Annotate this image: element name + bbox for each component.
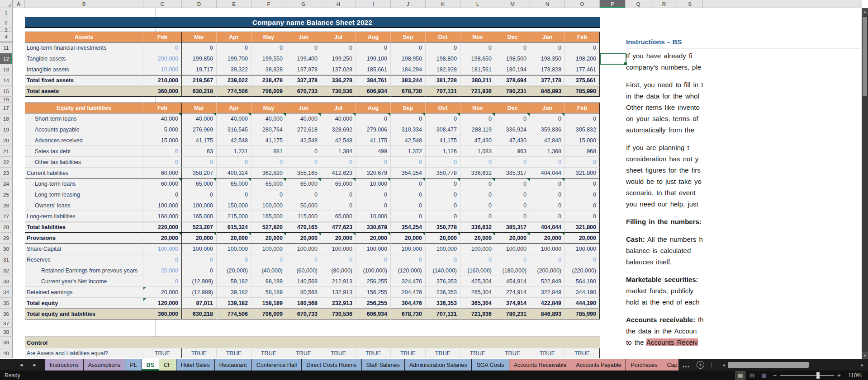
cell-colA[interactable] [13, 287, 25, 298]
cell[interactable]: 100,000 [530, 244, 565, 254]
cell[interactable]: 774,506 [217, 309, 251, 319]
row-header-15[interactable]: 15 [0, 86, 13, 97]
sheet-tab-administration-salaries[interactable]: Administration Salaries [405, 359, 472, 371]
cell[interactable]: 780,231 [495, 86, 530, 97]
cell[interactable]: 0 [182, 265, 217, 276]
cell[interactable]: 0 [391, 42, 426, 53]
active-cell-P12[interactable] [600, 53, 626, 65]
cell[interactable]: 0 [217, 42, 251, 53]
cell[interactable]: 87,011 [182, 298, 217, 309]
cell[interactable]: TRUE [321, 348, 356, 358]
cell[interactable]: 100,000 [321, 244, 356, 254]
cell[interactable]: (180,000) [495, 265, 530, 276]
cell[interactable]: 10,000 [356, 178, 391, 189]
cell[interactable]: 785,990 [565, 86, 600, 97]
cell[interactable]: 199,400 [286, 53, 321, 64]
cell[interactable]: 606,934 [356, 86, 391, 97]
cell[interactable]: 354,254 [391, 222, 426, 233]
column-header-G[interactable]: G [286, 0, 321, 8]
cell[interactable]: 180,194 [495, 64, 530, 75]
cell[interactable]: 0 [391, 113, 426, 124]
cell-colA[interactable] [13, 32, 25, 42]
row-header-18[interactable]: 18 [0, 113, 13, 124]
cell[interactable]: (220,000) [565, 265, 600, 276]
cell[interactable]: 40,000 [143, 113, 182, 124]
empty-cells[interactable] [600, 17, 862, 28]
month-header-oct-8[interactable]: Oct [426, 103, 460, 113]
cell[interactable]: 375,661 [565, 75, 600, 86]
cell[interactable]: 630,218 [182, 86, 217, 97]
cell[interactable]: 100,000 [217, 244, 251, 254]
cell[interactable]: 42,548 [391, 135, 426, 146]
cell[interactable]: 730,536 [321, 86, 356, 97]
row-header-14[interactable]: 14 [0, 75, 13, 86]
cell[interactable]: 320,679 [356, 168, 391, 178]
cell[interactable]: 707,131 [426, 309, 460, 319]
row-header-37[interactable]: 37 [0, 319, 13, 328]
row-label[interactable]: Share Capital [25, 244, 143, 254]
cell[interactable]: 322,849 [530, 287, 565, 298]
cell[interactable]: 41,175 [426, 135, 460, 146]
cell[interactable]: 670,733 [286, 309, 321, 319]
empty-cells[interactable] [156, 8, 862, 17]
cell[interactable]: 344,190 [565, 287, 600, 298]
cell[interactable]: 165,000 [182, 211, 217, 222]
cell-colA[interactable] [13, 124, 25, 135]
column-header-E[interactable]: E [217, 0, 251, 8]
cell[interactable]: (20,000) [217, 265, 251, 276]
cell[interactable]: 308,477 [426, 124, 460, 135]
cell[interactable]: 0 [426, 189, 460, 200]
cell[interactable]: 0 [495, 200, 530, 211]
cell[interactable]: 336,278 [321, 75, 356, 86]
cell[interactable]: 272,618 [286, 124, 321, 135]
cell-colA[interactable] [13, 86, 25, 97]
cell[interactable]: 785,990 [565, 309, 600, 319]
cell[interactable]: 0 [321, 200, 356, 211]
row-label[interactable]: Total assets [25, 86, 143, 97]
cell[interactable]: 0 [251, 254, 286, 265]
cell[interactable]: 40,000 [217, 113, 251, 124]
cell-colA[interactable] [13, 146, 25, 157]
cell[interactable]: 185,661 [356, 64, 391, 75]
month-header-nov-9[interactable]: Nov [460, 103, 495, 113]
cell[interactable]: 200,000 [143, 53, 182, 64]
cell[interactable]: 0 [565, 157, 600, 168]
cell[interactable]: 0 [251, 42, 286, 53]
column-header-C[interactable]: C [143, 0, 182, 8]
cell[interactable]: 65,000 [286, 178, 321, 189]
cell[interactable]: (80,000) [321, 265, 356, 276]
cell[interactable]: 198,650 [460, 53, 495, 64]
cell[interactable]: (12,989) [182, 287, 217, 298]
cell[interactable]: 0 [530, 157, 565, 168]
cell[interactable]: 39,182 [217, 287, 251, 298]
cell[interactable]: 100,000 [182, 200, 217, 211]
row-label[interactable]: Current year's Net Income [25, 276, 143, 287]
cell[interactable]: 846,893 [530, 86, 565, 97]
cell-colA[interactable] [13, 265, 25, 276]
cell[interactable]: 98,189 [251, 276, 286, 287]
month-header-feb-0[interactable]: Feb [143, 32, 182, 42]
cell[interactable]: 198,350 [530, 53, 565, 64]
cell[interactable]: 337,378 [286, 75, 321, 86]
cell[interactable]: 1,368 [530, 146, 565, 157]
cell[interactable]: 310,334 [391, 124, 426, 135]
month-header-feb-12[interactable]: Feb [565, 103, 600, 113]
cell-colA[interactable] [13, 64, 25, 75]
tab-nav-right-icon[interactable]: ► [33, 362, 37, 367]
cell[interactable]: 380,211 [460, 75, 495, 86]
sheet-tab-purchases[interactable]: Purchases [626, 359, 662, 371]
cell-colA[interactable] [13, 97, 25, 103]
cell[interactable]: 0 [321, 189, 356, 200]
row-label[interactable]: Long-term leasing [25, 189, 143, 200]
month-header-jun-4[interactable]: Jun [286, 103, 321, 113]
column-header-I[interactable]: I [356, 0, 391, 8]
cell-colA[interactable] [13, 211, 25, 222]
cell[interactable]: 1,083 [460, 146, 495, 157]
cell[interactable]: 425,304 [460, 276, 495, 287]
cell[interactable]: 100,000 [251, 244, 286, 254]
cell[interactable]: 362,820 [251, 168, 286, 178]
column-header-B[interactable]: B [25, 0, 143, 8]
cell[interactable]: 523,207 [182, 222, 217, 233]
sheet-tab-accounts-receivable[interactable]: Accounts Receivable [509, 359, 571, 371]
cell[interactable]: 38,928 [251, 64, 286, 75]
